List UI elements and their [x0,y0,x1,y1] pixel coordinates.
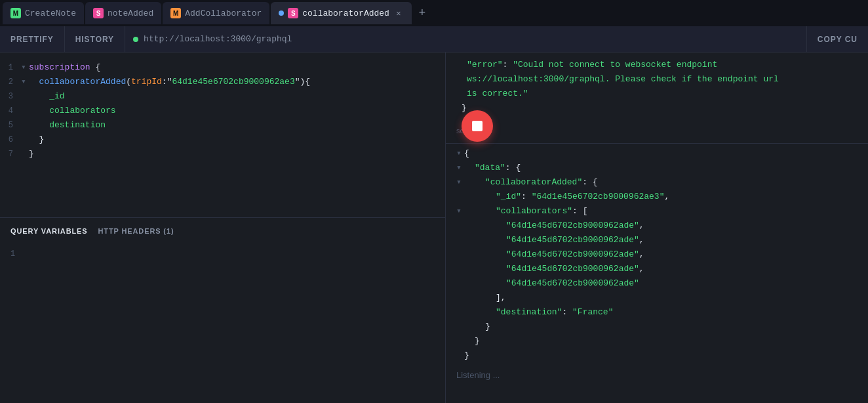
line-arrow-2: ▾ [21,75,29,89]
tab-icon-add-collaborator: M [170,8,181,18]
history-button[interactable]: HISTORY [65,26,125,53]
variables-area[interactable]: 1 [0,244,445,403]
http-headers-tab[interactable]: HTTP HEADERS (1) [98,227,174,235]
response-panel: "error": "Could not connect to websocket… [446,53,868,403]
tab-icon-create-note: M [10,8,21,18]
line-number-4: 4 [0,104,21,118]
error-value-3: is correct." [467,89,528,98]
tab-label-note-added: noteAdded [108,9,153,18]
line-number-2: 2 [0,75,21,89]
error-value-1: "Could not connect to websocket endpoint [513,60,717,70]
resp-collab-2: "64d1e45d6702cb9000962ade", [446,233,868,247]
line-content-1: subscription { [29,60,445,75]
url-bar: http://localhost:3000/graphql [125,34,806,44]
tab-icon-collaborator-added: S [288,8,298,18]
bottom-bar: QUERY VARIABLES HTTP HEADERS (1) [0,217,445,244]
tab-close-collaborator-added[interactable]: ✕ [393,8,404,18]
code-line-3: 3 _id [0,89,445,104]
line-number-6: 6 [0,133,21,147]
listening-label: Listening ... [446,363,868,388]
error-key: "error" [467,60,503,70]
stop-icon [472,121,483,131]
line-number-7: 7 [0,147,21,161]
prettify-button[interactable]: PRETTIFY [0,26,65,53]
sec-ago-label: sec ago [446,121,868,140]
line-content-7: } [29,147,445,161]
toolbar: PRETTIFY HISTORY http://localhost:3000/g… [0,26,868,53]
line-number-5: 5 [0,118,21,133]
resp-destination: "destination": "France" [446,305,868,320]
code-line-4: 4 collaborators [0,104,445,118]
code-line-2: 2 ▾ collaboratorAdded(tripId:"64d1e45e67… [0,75,445,89]
error-line-1: "error": "Could not connect to websocket… [456,58,858,72]
add-tab-button[interactable]: + [413,4,431,22]
tab-label-add-collaborator: AddCollaborator [185,9,262,18]
resp-data-key: ▾ "data": { [446,161,868,175]
tab-create-note[interactable]: M CreateNote [3,2,84,24]
resp-collab-added-close: } [446,320,868,334]
line-number-3: 3 [0,89,21,104]
code-line-6: 6 } [0,133,445,147]
resp-collab-1: "64d1e45d6702cb9000962ade", [446,219,868,233]
line-arrow-1: ▾ [21,60,29,75]
error-line-2: ws://localhost:3000/graphql. Please chec… [456,72,858,87]
error-value-2: ws://localhost:3000/graphql. Please chec… [467,74,779,84]
error-close: } [456,101,858,116]
editor-area[interactable]: 1 ▾ subscription { 2 ▾ collaboratorAdded… [0,53,445,217]
tab-add-collaborator[interactable]: M AddCollaborator [163,2,269,24]
code-line-1: 1 ▾ subscription { [0,60,445,75]
resp-collab-close: ], [446,291,868,305]
code-line-7: 7 } [0,147,445,161]
main-content: 1 ▾ subscription { 2 ▾ collaboratorAdded… [0,53,868,403]
tab-collaborator-added[interactable]: S collaboratorAdded ✕ [271,2,412,24]
active-tab-dot [279,11,284,16]
error-line-3: is correct." [456,87,858,101]
resp-data-close: } [446,334,868,349]
tab-label-collaborator-added: collaboratorAdded [302,9,389,18]
resp-collab-3: "64d1e45d6702cb9000962ade", [446,247,868,262]
code-line-5: 5 destination [0,118,445,133]
line-number-1: 1 [0,60,21,75]
editor-panel: 1 ▾ subscription { 2 ▾ collaboratorAdded… [0,53,446,403]
resp-root-close: } [446,349,868,363]
tab-label-create-note: CreateNote [25,9,76,18]
tab-bar: M CreateNote S noteAdded M AddCollaborat… [0,0,868,26]
line-content-6: } [29,133,445,147]
tab-icon-note-added: S [93,8,104,18]
copy-button[interactable]: COPY CU [806,26,868,53]
resp-open: ▾ { [446,146,868,161]
line-content-2: collaboratorAdded(tripId:"64d1e45e6702cb… [29,75,445,89]
line-content-5: destination [29,118,445,133]
variables-line-num: 1 [10,249,15,259]
query-variables-tab[interactable]: QUERY VARIABLES [10,227,88,235]
url-status-dot [133,37,138,42]
resp-id: "_id": "64d1e45e6702cb9000962ae3", [446,190,868,204]
resp-collab-4: "64d1e45d6702cb9000962ade", [446,262,868,276]
tab-note-added[interactable]: S noteAdded [85,2,161,24]
resp-collaborator-added-key: ▾ "collaboratorAdded": { [446,175,868,190]
stop-button[interactable] [462,110,493,142]
error-section: "error": "Could not connect to websocket… [446,58,868,121]
divider [446,143,868,144]
url-value: http://localhost:3000/graphql [144,34,292,44]
resp-collaborators-key: ▾ "collaborators": [ [446,204,868,219]
resp-collab-5: "64d1e45d6702cb9000962ade" [446,276,868,291]
line-content-3: _id [29,89,445,104]
line-content-4: collaborators [29,104,445,118]
